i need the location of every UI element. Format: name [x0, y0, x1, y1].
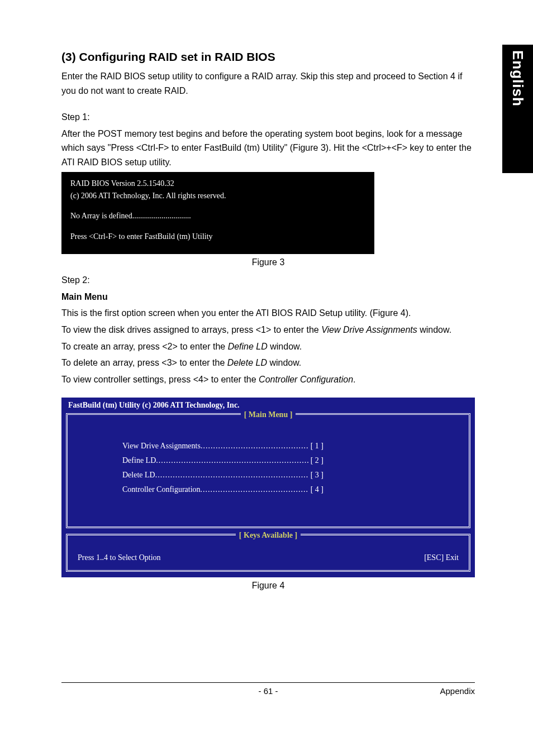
figure3-bios-box: RAID BIOS Version 2.5.1540.32 (c) 2006 A… — [61, 172, 374, 255]
keys-escape[interactable]: [ESC] Exit — [424, 553, 459, 562]
keys-instruction: Press 1..4 to Select Option — [78, 553, 161, 562]
footer-section: Appendix — [440, 686, 475, 696]
dots — [156, 456, 308, 465]
menu-item[interactable]: Controller Configuration [ 4 ] — [122, 485, 323, 494]
step2-subheading: Main Menu — [61, 290, 475, 304]
dots — [201, 485, 308, 494]
menu-label: Controller Configuration — [122, 485, 201, 494]
menu-label: Delete LD — [122, 471, 155, 480]
text: To delete an array, press <3> to enter t… — [61, 358, 227, 367]
bios-line: (c) 2006 ATI Technology, Inc. All rights… — [70, 190, 365, 202]
step2-line1: This is the first option screen when you… — [61, 306, 475, 320]
dots — [155, 471, 308, 480]
menu-item[interactable]: Delete LD [ 3 ] — [122, 471, 323, 480]
text: window. — [268, 342, 302, 351]
menu-item[interactable]: View Drive Assignments [ 1 ] — [122, 442, 323, 451]
step2-heading: Step 2: — [61, 273, 475, 288]
figure4-caption: Figure 4 — [61, 581, 475, 591]
menu-label: Define LD — [122, 456, 156, 465]
step1-heading: Step 1: — [61, 110, 475, 125]
menu-label: View Drive Assignments — [122, 442, 201, 451]
page-footer: - 61 - Appendix — [61, 682, 475, 696]
text: window. — [267, 358, 301, 367]
step2-line2: To view the disk drives assigned to arra… — [61, 323, 475, 337]
step1-body: After the POST memory test begins and be… — [61, 127, 475, 170]
text: . — [353, 375, 355, 384]
bios-line: RAID BIOS Version 2.5.1540.32 — [70, 178, 365, 190]
section-title: (3) Configuring RAID set in RAID BIOS — [61, 50, 475, 64]
text-italic: Controller Configuration — [259, 375, 353, 384]
bios-line: Press <Ctrl-F> to enter FastBuild (tm) U… — [70, 231, 365, 243]
keys-available-frame: [ Keys Available ] Press 1..4 to Select … — [66, 534, 470, 572]
language-tab: English — [502, 45, 533, 173]
main-menu-label: [ Main Menu ] — [241, 410, 296, 419]
keys-available-label: [ Keys Available ] — [236, 531, 301, 540]
menu-key: [ 1 ] — [308, 442, 323, 451]
intro-paragraph: Enter the RAID BIOS setup utility to con… — [61, 69, 475, 98]
step2-line5: To view controller settings, press <4> t… — [61, 372, 475, 387]
menu-key: [ 3 ] — [308, 471, 323, 480]
text: To view controller settings, press <4> t… — [61, 375, 259, 384]
menu-item[interactable]: Define LD [ 2 ] — [122, 456, 323, 465]
figure4-fastbuild: FastBuild (tm) Utility (c) 2006 ATI Tech… — [61, 398, 475, 577]
text: window. — [417, 325, 451, 334]
text: To create an array, press <2> to enter t… — [61, 342, 228, 351]
step2-line3: To create an array, press <2> to enter t… — [61, 339, 475, 354]
page-content: (3) Configuring RAID set in RAID BIOS En… — [61, 50, 475, 596]
bios-line: No Array is defined.....................… — [70, 210, 365, 222]
step2-line4: To delete an array, press <3> to enter t… — [61, 356, 475, 370]
menu-key: [ 2 ] — [308, 456, 323, 465]
language-label: English — [509, 50, 526, 107]
menu-key: [ 4 ] — [308, 485, 323, 494]
figure3-caption: Figure 3 — [61, 257, 475, 267]
dots — [201, 442, 308, 451]
main-menu-frame: [ Main Menu ] View Drive Assignments [ 1… — [66, 413, 470, 528]
fastbuild-title: FastBuild (tm) Utility (c) 2006 ATI Tech… — [66, 401, 470, 410]
text-italic: Delete LD — [227, 358, 267, 367]
text-italic: Define LD — [228, 342, 268, 351]
page-number: - 61 - — [258, 686, 278, 696]
text: To view the disk drives assigned to arra… — [61, 325, 321, 334]
text-italic: View Drive Assignments — [321, 325, 417, 334]
menu-area: View Drive Assignments [ 1 ] Define LD [… — [72, 425, 464, 522]
